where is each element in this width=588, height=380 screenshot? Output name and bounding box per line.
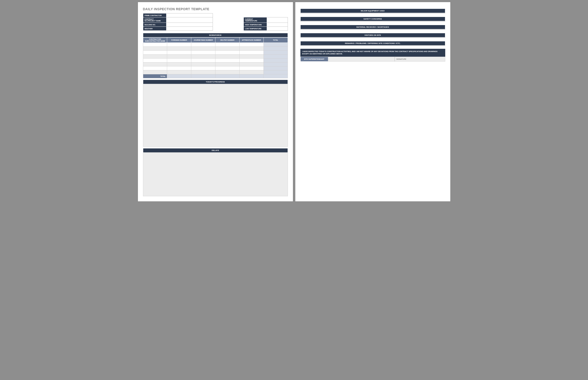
table-row — [143, 70, 288, 74]
table-row — [143, 58, 288, 62]
meta-left-table: PRIME CONTRACTOR CONTRACT NO./PROJECT NA… — [143, 13, 213, 31]
visitors-header: VISITORS ON SITE — [300, 33, 445, 38]
contract-no-label: CONTRACT NO./PROJECT NAME — [143, 18, 166, 23]
low-temp-field[interactable] — [267, 27, 288, 31]
workforce-table: CONTRACTOR/ SUBCONTRACTOR NAME FOREMAN N… — [143, 38, 288, 78]
safety-concerns-header: SAFETY CONCERNS — [300, 17, 445, 21]
visitors-section: VISITORS ON SITE — [300, 33, 445, 38]
safety-concerns-field[interactable] — [300, 21, 445, 22]
meta-right-table: CURRENT TEMPERATURE HIGH TEMPERATURE LOW… — [244, 17, 288, 31]
page-1: DAILY INSPECTION REPORT TEMPLATE PRIME C… — [138, 2, 293, 202]
meta-row: PRIME CONTRACTOR CONTRACT NO./PROJECT NA… — [143, 13, 288, 31]
building-no-field[interactable] — [166, 23, 213, 27]
todays-progress-field[interactable] — [143, 84, 288, 147]
table-row — [143, 47, 288, 51]
current-temp-label: CURRENT TEMPERATURE — [244, 18, 267, 23]
weather-field[interactable] — [166, 27, 213, 31]
todays-progress-section: TODAY'S PROGRESS — [143, 80, 288, 147]
table-row — [143, 62, 288, 66]
material-field[interactable] — [300, 29, 445, 30]
current-temp-field[interactable] — [267, 18, 288, 23]
workforce-header: WORKFORCE — [143, 33, 288, 38]
table-row — [143, 51, 288, 55]
weather-label: WEATHER — [143, 27, 166, 31]
table-row — [143, 55, 288, 58]
delays-section: DELAYS — [143, 148, 288, 196]
delays-field[interactable] — [143, 152, 288, 196]
total-label: TOTAL — [143, 74, 167, 78]
building-no-label: BUILDING NO. — [143, 23, 166, 27]
remarks-section: REMARKS / PROBLEMS / DIFFERING SITE COND… — [300, 41, 445, 46]
total-row: TOTAL — [143, 74, 288, 78]
col-helper: HELPER NUMBER — [215, 38, 239, 43]
major-equipment-field[interactable] — [300, 13, 445, 14]
major-equipment-section: MAJOR EQUIPMENT USED — [300, 9, 445, 14]
high-temp-label: HIGH TEMPERATURE — [244, 23, 267, 27]
prime-contractor-label: PRIME CONTRACTOR — [143, 14, 166, 18]
safety-concerns-section: SAFETY CONCERNS — [300, 17, 445, 22]
major-equipment-header: MAJOR EQUIPMENT USED — [300, 9, 445, 13]
material-header: MATERIAL RECEIVED / SHORTAGES — [300, 25, 445, 29]
site-superintendant-field[interactable] — [328, 57, 395, 61]
delays-header: DELAYS — [143, 148, 288, 152]
low-temp-label: LOW TEMPERATURE — [244, 27, 267, 31]
col-foreman: FOREMAN NUMBER — [167, 38, 191, 43]
certification-statement: I HAVE INSPECTED TODAY'S CONSTRUCTION AC… — [300, 49, 445, 57]
col-total: TOTAL — [264, 38, 288, 43]
report-title: DAILY INSPECTION REPORT TEMPLATE — [143, 7, 288, 11]
signature-label: SIGNATURE — [395, 57, 445, 61]
table-row — [143, 66, 288, 70]
contract-no-field[interactable] — [166, 18, 213, 23]
remarks-header: REMARKS / PROBLEMS / DIFFERING SITE COND… — [300, 41, 445, 45]
col-apprentice: APPRENTIUCE NUMBER — [239, 38, 264, 43]
col-contractor: CONTRACTOR/ SUBCONTRACTOR NAME — [143, 38, 167, 43]
material-section: MATERIAL RECEIVED / SHORTAGES — [300, 25, 445, 30]
col-journeyman: JOURNEYMAN NUMBER — [191, 38, 215, 43]
table-row — [143, 43, 288, 47]
high-temp-field[interactable] — [267, 23, 288, 27]
todays-progress-header: TODAY'S PROGRESS — [143, 80, 288, 84]
page-2: MAJOR EQUIPMENT USED SAFETY CONCERNS MAT… — [295, 2, 451, 202]
signature-row: SITE SUPERINTENDANT SIGNATURE — [300, 57, 445, 61]
site-superintendant-label: SITE SUPERINTENDANT — [300, 57, 328, 61]
visitors-field[interactable] — [300, 38, 445, 38]
prime-contractor-field[interactable] — [166, 14, 213, 18]
remarks-field[interactable] — [300, 45, 445, 46]
